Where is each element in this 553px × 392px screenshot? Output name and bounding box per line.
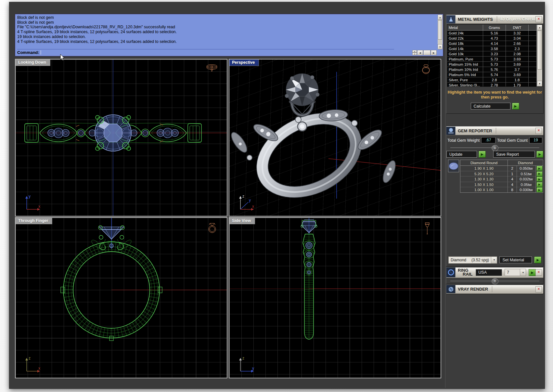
metal-dwt: 2.66 [506, 41, 529, 46]
scroll-left-icon[interactable]: ◀ [417, 50, 423, 55]
scrollbar-thumb[interactable] [537, 31, 542, 70]
viewport-title-looking-down[interactable]: Looking Down [16, 59, 50, 66]
set-material-go-icon[interactable]: ▶ [534, 256, 541, 263]
update-go-icon[interactable]: ▶ [479, 151, 486, 158]
scroll-down-icon[interactable]: ▼ [438, 44, 443, 49]
ring-standard-field[interactable]: USA [476, 269, 502, 276]
viewport-title-side-view[interactable]: Side View [229, 218, 255, 224]
gem-table-row[interactable]: 1.00 X 1.00 8 0.030tw ▶ [460, 187, 543, 192]
scroll-right-icon[interactable]: ▶ [431, 50, 437, 55]
ring-rail-header[interactable]: RING RAIL USA 7 ▼ ▶ × [446, 268, 543, 278]
metal-grams: 4.73 [483, 36, 506, 41]
material-dropdown[interactable]: Diamond (3.52 spg) ▼ [448, 256, 497, 264]
gem-row-go-icon[interactable]: ▶ [536, 176, 543, 182]
gem-table-row[interactable]: 5.20 X 5.20 1 0.51tw ▶ [460, 171, 543, 177]
mouse-cursor [60, 54, 65, 61]
scroll-up-icon[interactable]: ▲ [438, 15, 443, 20]
history-size-spinner[interactable]: ▲ ▼ [412, 50, 417, 55]
total-gem-weight-value: .67 [481, 137, 495, 143]
gem-table-row[interactable]: 1.90 X 1.90 2 0.050tw ▶ [460, 166, 543, 171]
command-prompt-label: Command: [17, 50, 39, 55]
command-history: Block def is not gem Block def is not ge… [17, 15, 436, 48]
metal-weights-instruction: Highlight the item you want to find the … [446, 90, 543, 100]
ring-size-value: 7 [505, 270, 509, 275]
command-vertical-scrollbar[interactable]: ▲ ▼ [438, 15, 443, 49]
close-icon[interactable]: × [535, 128, 542, 134]
metal-table-row[interactable]: Platinum 5% Irid 5.74 3.69 [447, 72, 537, 77]
metal-weights-header[interactable]: METAL WEIGHTS 40 Objects Checked × [446, 15, 543, 24]
viewport-through-finger[interactable]: Through Finger z x [15, 217, 227, 378]
right-side-panel: METAL WEIGHTS 40 Objects Checked × Metal… [445, 14, 544, 388]
metal-table-scrollbar[interactable]: ▲ ▼ [537, 25, 542, 86]
gem-count: 4 [508, 176, 517, 182]
col-grams: Grams [483, 25, 506, 30]
svg-text:y: y [252, 366, 254, 371]
metal-table-row[interactable]: Platinum 10% Irid 5.76 3.7 [447, 67, 537, 72]
panel-title: RING RAIL [458, 268, 472, 276]
scrollbar-thumb[interactable] [438, 20, 442, 40]
ring-profile-icon [422, 222, 432, 236]
calculate-button[interactable]: Calculate [471, 103, 510, 110]
metal-table-row[interactable]: Silver, Pure 2.8 1.8 [447, 77, 537, 83]
total-gem-count-value: 19 [529, 137, 542, 143]
metal-grams: 4.14 [483, 41, 506, 46]
gem-row-go-icon[interactable]: ▶ [536, 187, 543, 192]
metal-table-row[interactable]: Platinum, Pure 5.73 3.69 [447, 57, 537, 62]
metal-table-row[interactable]: Gold 14k 3.58 2.3 [447, 46, 537, 51]
ring-rail-go-icon[interactable]: ▶ [529, 269, 536, 276]
chevron-down-icon[interactable]: ▼ [491, 257, 497, 263]
metal-table-row[interactable]: Gold 10k 3.23 2.08 [447, 51, 537, 57]
vray-render-header[interactable]: VRAY RENDER × [446, 285, 543, 294]
save-report-go-icon[interactable]: ▶ [536, 151, 544, 158]
gem-reporter-header[interactable]: GEM REPORTER × [446, 126, 543, 135]
app-window: Block def is not gem Block def is not ge… [9, 2, 545, 389]
gem-table-header: Diamond Round Diamond [460, 160, 543, 166]
metal-dwt: 3.69 [506, 57, 529, 61]
command-horizontal-scroll-controls[interactable]: ▲ ▼ ◀ ▶ [412, 50, 437, 55]
command-history-line: Block def is not gem [17, 20, 436, 25]
metal-table-row[interactable]: Gold 22k 4.73 3.04 [447, 36, 537, 41]
scroll-down-icon[interactable]: ▼ [537, 81, 542, 86]
viewport-side-view[interactable]: Side View z y [229, 217, 441, 378]
gem-row-go-icon[interactable]: ▶ [536, 171, 543, 176]
collapse-up-icon[interactable]: ▲ [492, 145, 498, 151]
close-icon[interactable]: × [535, 269, 542, 276]
metal-table-row[interactable]: Platinum 15% Irid 5.73 3.69 [447, 62, 537, 67]
save-report-button[interactable]: Save Report [493, 151, 534, 158]
metal-table-header: Metal Grams DWT [447, 25, 537, 31]
col-metal: Metal [447, 25, 483, 30]
viewport-perspective[interactable]: Perspective z y x [229, 59, 441, 216]
metal-grams: 5.74 [483, 72, 506, 77]
command-prompt[interactable]: Command: [17, 49, 394, 56]
metal-table-row[interactable]: Gold 24k 5.16 3.32 [447, 31, 537, 36]
chevron-down-icon[interactable]: ▼ [520, 269, 526, 276]
ring-size-dropdown[interactable]: 7 ▼ [505, 269, 526, 276]
viewport-title-perspective[interactable]: Perspective [229, 59, 259, 66]
collapse-down-icon[interactable]: ▼ [492, 278, 498, 284]
gem-row-go-icon[interactable]: ▶ [536, 182, 543, 187]
viewport-looking-down[interactable]: Looking Down y x [15, 59, 227, 216]
close-icon[interactable]: × [535, 286, 542, 293]
axis-indicator: z y x [235, 193, 258, 212]
metal-table-row[interactable]: Gold 18k 4.14 2.66 [447, 41, 537, 46]
gem-size: 1.30 X 1.30 [460, 176, 508, 182]
hscroll-thumb[interactable] [423, 50, 431, 55]
metal-name: Gold 18k [447, 41, 483, 46]
gem-table-row[interactable]: 1.50 X 1.50 4 0.05tw ▶ [460, 182, 543, 188]
close-icon[interactable]: × [535, 16, 542, 22]
update-button[interactable]: Update [446, 151, 477, 158]
metal-dwt: 1.8 [506, 77, 529, 82]
metal-table-row[interactable]: Silver, Sterling (9... 2.78 1.79 [447, 83, 537, 86]
calculate-go-icon[interactable]: ▶ [512, 103, 519, 110]
spinner-down-icon[interactable]: ▼ [412, 53, 417, 55]
gem-table-row[interactable]: 1.30 X 1.30 4 0.032tw ▶ [460, 176, 543, 182]
svg-text:x: x [252, 204, 254, 209]
viewport-title-through-finger[interactable]: Through Finger [16, 218, 52, 224]
command-area[interactable]: Block def is not gem Block def is not ge… [15, 14, 443, 56]
set-material-button[interactable]: Set Material [499, 256, 532, 263]
scroll-up-icon[interactable]: ▲ [537, 25, 542, 30]
gem-row-go-icon[interactable]: ▶ [536, 166, 543, 171]
gem-count: 1 [508, 171, 517, 176]
vray-icon [446, 285, 456, 293]
spinner-up-icon[interactable]: ▲ [412, 50, 417, 53]
